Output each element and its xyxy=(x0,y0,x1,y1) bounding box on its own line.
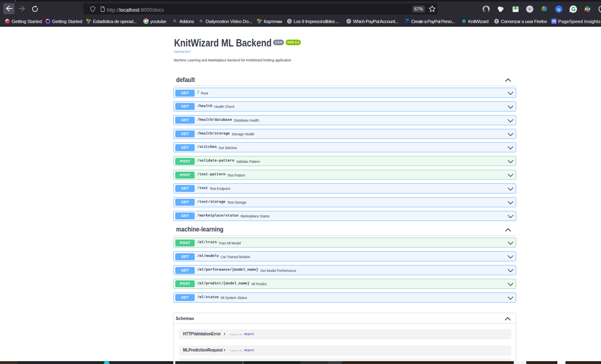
svg-text:IQ: IQ xyxy=(557,8,561,11)
